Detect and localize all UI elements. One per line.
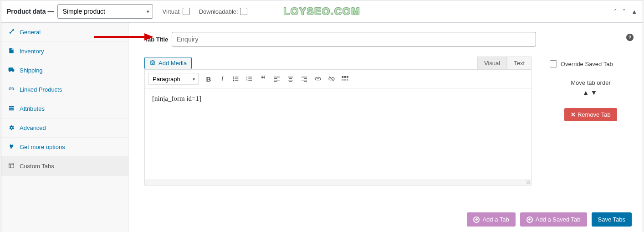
footer-buttons: + Add a Tab + Add a Saved Tab Save Tabs: [144, 212, 632, 227]
truck-icon: [8, 67, 15, 74]
svg-rect-35: [344, 79, 346, 81]
svg-rect-11: [235, 80, 238, 81]
svg-rect-30: [329, 77, 334, 81]
layout-icon: [8, 162, 15, 170]
editor-tab-visual[interactable]: Visual: [477, 57, 507, 69]
svg-rect-36: [347, 79, 348, 81]
override-row: Override Saved Tab: [550, 60, 632, 67]
add-tab-button[interactable]: + Add a Tab: [467, 212, 515, 227]
resize-handle[interactable]: [145, 180, 531, 185]
sidebar-item-get-more[interactable]: Get more options: [1, 138, 128, 157]
svg-rect-22: [288, 77, 293, 77]
note-icon: [8, 47, 15, 55]
virtual-label: Virtual:: [162, 8, 180, 15]
svg-rect-27: [304, 78, 307, 79]
sidebar-item-label: Inventory: [20, 48, 44, 55]
sidebar-item-inventory[interactable]: Inventory: [1, 42, 128, 61]
add-media-button[interactable]: Add Media: [144, 57, 192, 69]
wrench-icon: [8, 28, 15, 36]
format-select[interactable]: Paragraph: [148, 73, 199, 85]
svg-rect-13: [248, 77, 252, 77]
virtual-group: Virtual:: [162, 8, 189, 15]
media-icon: [149, 59, 156, 67]
svg-rect-0: [9, 163, 14, 168]
svg-point-10: [233, 80, 234, 82]
svg-rect-33: [347, 76, 348, 78]
panel-header: Product data — Simple product ▾ Virtual:…: [1, 0, 643, 23]
sidebar-item-custom-tabs[interactable]: Custom Tabs: [1, 157, 128, 176]
sidebar-item-attributes[interactable]: Attributes: [1, 99, 128, 119]
svg-rect-29: [304, 81, 307, 82]
unlink-icon[interactable]: [325, 72, 338, 85]
downloadable-checkbox[interactable]: [240, 8, 247, 15]
move-up-icon[interactable]: ▲: [583, 89, 591, 96]
tab-title-input[interactable]: [172, 32, 536, 46]
list-icon: [8, 105, 15, 113]
chevron-down-icon[interactable]: ˅: [623, 8, 626, 15]
sidebar-item-shipping[interactable]: Shipping: [1, 61, 128, 80]
product-type-select[interactable]: Simple product: [57, 4, 153, 19]
toolbar-toggle-icon[interactable]: [339, 72, 352, 85]
add-saved-tab-label: Add a Saved Tab: [536, 216, 581, 223]
sidebar-item-linked-products[interactable]: Linked Products: [1, 80, 128, 99]
insert-link-icon[interactable]: [312, 72, 324, 85]
media-row: Add Media Visual Text: [144, 57, 532, 69]
svg-rect-31: [342, 76, 344, 78]
svg-rect-26: [302, 77, 307, 77]
svg-rect-32: [344, 76, 346, 78]
bullet-list-icon[interactable]: [230, 72, 242, 85]
override-label: Override Saved Tab: [561, 61, 613, 67]
svg-rect-20: [274, 80, 280, 80]
align-right-icon[interactable]: [298, 72, 311, 85]
plus-circle-icon: +: [526, 217, 533, 223]
sidebar-item-label: General: [20, 29, 41, 36]
svg-rect-9: [235, 78, 238, 79]
remove-tab-button[interactable]: ✕ Remove Tab: [564, 108, 617, 121]
svg-marker-4: [144, 33, 153, 41]
editor-tab-text[interactable]: Text: [507, 57, 532, 69]
sidebar-item-label: Shipping: [20, 67, 43, 74]
italic-icon[interactable]: I: [216, 72, 229, 85]
divider: [144, 204, 632, 204]
watermark: LOYSEO.COM: [283, 5, 360, 17]
save-tabs-button[interactable]: Save Tabs: [592, 212, 632, 227]
header-controls: ˄ ˅ ▲: [614, 8, 637, 15]
svg-rect-17: [248, 80, 252, 81]
svg-rect-21: [274, 81, 277, 82]
virtual-checkbox[interactable]: [183, 8, 190, 15]
sidebar-item-advanced[interactable]: Advanced: [1, 119, 128, 138]
numbered-list-icon[interactable]: 123: [243, 72, 256, 85]
svg-rect-23: [289, 78, 292, 79]
align-left-icon[interactable]: [271, 72, 283, 85]
triangle-up-icon[interactable]: ▲: [631, 8, 637, 15]
add-saved-tab-button[interactable]: + Add a Saved Tab: [520, 212, 587, 227]
content-area: ? Tab Title Add Media: [129, 23, 643, 232]
tab-side-panel: Override Saved Tab Move tab order ▲▼ ✕ R…: [550, 57, 632, 121]
svg-point-6: [233, 77, 234, 78]
editor-tabs: Visual Text: [477, 57, 532, 69]
align-center-icon[interactable]: [284, 72, 297, 85]
svg-rect-34: [342, 79, 344, 81]
panel-body: General Inventory Shipping Linked Produc…: [1, 23, 643, 232]
plug-icon: [8, 143, 15, 151]
downloadable-label: Downloadable:: [199, 8, 238, 15]
gear-icon: [8, 124, 15, 132]
blockquote-icon[interactable]: “: [257, 72, 270, 85]
svg-rect-28: [302, 80, 307, 80]
bold-icon[interactable]: B: [202, 72, 215, 85]
editor-zone: Add Media Visual Text Paragraph ▾: [144, 57, 632, 186]
product-data-panel: Product data — Simple product ▾ Virtual:…: [1, 0, 643, 232]
sidebar: General Inventory Shipping Linked Produc…: [1, 23, 129, 232]
plus-circle-icon: +: [473, 217, 480, 223]
chevron-up-icon[interactable]: ˄: [614, 8, 617, 15]
sidebar-item-label: Custom Tabs: [20, 163, 54, 170]
svg-point-8: [233, 78, 234, 80]
toolbar: Paragraph ▾ B I 123 “: [145, 70, 531, 88]
arrow-annotation: [94, 32, 153, 41]
override-checkbox[interactable]: [550, 60, 557, 67]
editor-main: Add Media Visual Text Paragraph ▾: [144, 57, 532, 186]
svg-point-5: [152, 62, 153, 64]
move-down-icon[interactable]: ▼: [591, 89, 599, 96]
link-icon: [8, 86, 15, 93]
editor-content[interactable]: [ninja_form id=1]: [145, 88, 531, 180]
